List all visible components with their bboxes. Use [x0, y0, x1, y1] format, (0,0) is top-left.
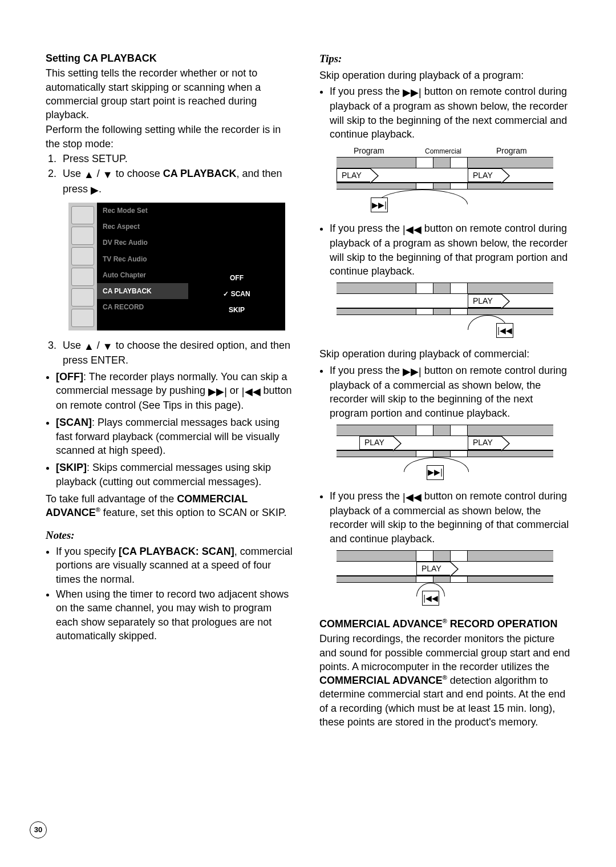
- right-triangle-icon: ▶: [91, 183, 99, 197]
- label-program: Program: [496, 146, 527, 156]
- onscreen-menu-figure: Rec Mode Set Rec Aspect DV Rec Audio TV …: [68, 203, 285, 330]
- menu-icon: [71, 227, 94, 245]
- skip-back-button-icon: |◀◀: [496, 323, 513, 338]
- section-heading-ca-playback: Setting CA PLAYBACK: [46, 51, 297, 65]
- play-label: PLAY: [468, 294, 502, 308]
- timeline-diagram-4: PLAY |◀◀: [337, 550, 553, 606]
- page-number: 30: [30, 821, 47, 838]
- setup-steps-list: Press SETUP. Use ▲ / ▼ to choose CA PLAY…: [46, 152, 297, 197]
- play-label: PLAY: [416, 562, 451, 575]
- up-triangle-icon: ▲: [84, 168, 94, 182]
- step-3: Use ▲ / ▼ to choose the desired option, …: [59, 338, 297, 368]
- down-triangle-icon: ▼: [103, 168, 113, 182]
- right-column: Tips: Skip operation during playback of …: [319, 51, 570, 730]
- skip-forward-button-icon: ▶▶|: [427, 465, 444, 480]
- label-program: Program: [354, 146, 384, 156]
- menu-item: Rec Mode Set: [97, 203, 188, 219]
- menu-value-column: OFF SCAN SKIP: [188, 203, 285, 330]
- menu-value-off: OFF: [188, 270, 285, 286]
- menu-icon: [71, 268, 94, 286]
- timeline-diagram-2: PLAY |◀◀: [337, 283, 553, 338]
- tips-list-4: If you press the |◀◀ button on remote co…: [319, 489, 570, 546]
- menu-value-skip: SKIP: [188, 302, 285, 318]
- up-triangle-icon: ▲: [84, 340, 94, 353]
- tips-heading: Tips:: [319, 51, 570, 66]
- menu-item: DV Rec Audio: [97, 235, 188, 251]
- record-operation-heading: COMMERCIAL ADVANCE® RECORD OPERATION: [319, 617, 570, 631]
- step-1: Press SETUP.: [59, 152, 297, 166]
- menu-icon: [71, 288, 94, 307]
- menu-icon: [71, 247, 94, 265]
- menu-item: Rec Aspect: [97, 219, 188, 235]
- intro-paragraph-1: This setting tells the recorder whether …: [46, 66, 297, 122]
- menu-item: Auto Chapter: [97, 267, 188, 283]
- skip-program-intro: Skip operation during playback of a prog…: [319, 68, 570, 82]
- timeline-diagram-1: Program Commercial Program PLAY PLAY: [337, 146, 553, 212]
- tip-3: If you press the ▶▶| button on remote co…: [330, 364, 570, 420]
- down-triangle-icon: ▼: [103, 340, 113, 353]
- record-operation-body: During recordings, the recorder monitors…: [319, 632, 570, 729]
- menu-sidebar-icons: [68, 203, 97, 330]
- menu-item: TV Rec Audio: [97, 251, 188, 267]
- skip-back-button-icon: |◀◀: [422, 591, 439, 606]
- option-off: [OFF]: The recorder plays normally. You …: [56, 370, 297, 413]
- skip-forward-icon: ▶▶|: [403, 86, 422, 99]
- closing-paragraph: To take full advantage of the COMMERCIAL…: [46, 492, 297, 520]
- notes-list: If you specify [CA PLAYBACK: SCAN], comm…: [46, 545, 297, 643]
- skip-forward-icon: ▶▶|: [403, 365, 422, 378]
- timeline-diagram-3: PLAY PLAY ▶▶|: [337, 425, 553, 480]
- left-column: Setting CA PLAYBACK This setting tells t…: [46, 51, 297, 730]
- skip-back-icon: |◀◀: [403, 490, 422, 504]
- option-scan: [SCAN]: Plays commercial messages back u…: [56, 416, 297, 457]
- tip-2: If you press the |◀◀ button on remote co…: [330, 221, 570, 278]
- play-label: PLAY: [468, 436, 502, 450]
- play-label: PLAY: [359, 436, 394, 450]
- menu-item-list: Rec Mode Set Rec Aspect DV Rec Audio TV …: [97, 203, 188, 330]
- menu-icon: [71, 206, 94, 224]
- skip-back-icon: |◀◀: [403, 223, 422, 236]
- setup-steps-list-continued: Use ▲ / ▼ to choose the desired option, …: [46, 338, 297, 368]
- option-list: [OFF]: The recorder plays normally. You …: [46, 370, 297, 489]
- skip-forward-icon: ▶▶|: [208, 385, 227, 398]
- play-label: PLAY: [468, 168, 502, 182]
- skip-forward-button-icon: ▶▶|: [371, 197, 388, 212]
- tip-4: If you press the |◀◀ button on remote co…: [330, 489, 570, 546]
- tips-list-1: If you press the ▶▶| button on remote co…: [319, 84, 570, 141]
- menu-item: CA RECORD: [97, 299, 188, 315]
- note-2: When using the timer to record two adjac…: [56, 587, 297, 643]
- menu-value-scan: SCAN: [188, 286, 285, 302]
- tips-list-3: If you press the ▶▶| button on remote co…: [319, 364, 570, 420]
- step-2: Use ▲ / ▼ to choose CA PLAYBACK, and the…: [59, 167, 297, 197]
- play-label: PLAY: [337, 168, 371, 182]
- option-skip: [SKIP]: Skips commercial messages using …: [56, 461, 297, 489]
- tip-1: If you press the ▶▶| button on remote co…: [330, 84, 570, 141]
- skip-back-icon: |◀◀: [242, 385, 261, 398]
- skip-commercial-intro: Skip operation during playback of commer…: [319, 347, 570, 361]
- notes-heading: Notes:: [46, 528, 297, 543]
- intro-paragraph-2: Perform the following setting while the …: [46, 123, 297, 151]
- tips-list-2: If you press the |◀◀ button on remote co…: [319, 221, 570, 278]
- menu-item-selected: CA PLAYBACK: [97, 283, 188, 299]
- note-1: If you specify [CA PLAYBACK: SCAN], comm…: [56, 545, 297, 586]
- menu-icon: [71, 309, 94, 327]
- label-commercial: Commercial: [425, 147, 461, 156]
